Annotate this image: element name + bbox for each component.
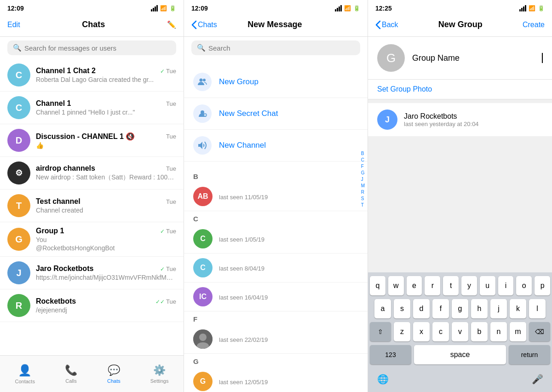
key-v[interactable]: v xyxy=(452,322,468,341)
chat-preview-channel1chat2: Roberta Dal Lago Garcia created the gr..… xyxy=(36,76,176,83)
mic-icon[interactable]: 🎤 xyxy=(528,370,546,388)
chat-content-testchannel: Test channel Tue Channel created xyxy=(36,197,176,214)
key-e[interactable]: e xyxy=(407,276,422,295)
key-z[interactable]: z xyxy=(394,322,410,341)
contact-status-c1: last seen 1/05/19 xyxy=(219,236,358,243)
key-delete[interactable]: ⌫ xyxy=(529,322,550,341)
group-name-cursor xyxy=(542,53,543,63)
tab-contacts-label: Contacts xyxy=(15,379,35,384)
key-x[interactable]: x xyxy=(413,322,430,341)
alpha-s[interactable]: S xyxy=(361,196,365,201)
alpha-t[interactable]: T xyxy=(361,202,365,208)
signal-icon xyxy=(151,5,158,12)
globe-icon[interactable]: 🌐 xyxy=(374,370,392,388)
key-u[interactable]: u xyxy=(480,276,495,295)
tab-contacts[interactable]: 👤 Contacts xyxy=(15,364,35,384)
key-l[interactable]: l xyxy=(529,299,546,318)
contact-f1[interactable]: last seen 22/02/19 xyxy=(184,325,368,354)
section-f: F xyxy=(184,311,368,325)
chat-item-discussion[interactable]: D Discussion - CHANNEL 1 🔇 Tue 👍 xyxy=(0,124,184,157)
search-container-2[interactable]: 🔍 xyxy=(191,40,360,55)
key-r[interactable]: r xyxy=(425,276,440,295)
alpha-j[interactable]: J xyxy=(361,177,365,182)
key-b[interactable]: b xyxy=(471,322,488,341)
key-s[interactable]: s xyxy=(394,299,410,318)
key-j[interactable]: j xyxy=(490,299,507,318)
key-shift[interactable]: ⇧ xyxy=(370,322,391,341)
alpha-b[interactable]: B xyxy=(361,151,365,156)
chat-preview-airdrop: New airdrop : Satt token（Satt）Reward : 1… xyxy=(36,173,176,182)
chat-item-channel1[interactable]: C Channel 1 Tue Channel 1 pinned "Hello … xyxy=(0,92,184,124)
key-q[interactable]: q xyxy=(370,276,385,295)
chat-content-channel1chat2: Channel 1 Chat 2 ✓Tue Roberta Dal Lago G… xyxy=(36,67,176,83)
new-message-panel: 12:09 📶 🔋 Chats New Message xyxy=(184,0,368,392)
contact-c1[interactable]: C last seen 1/05/19 xyxy=(184,225,368,254)
key-m[interactable]: m xyxy=(510,322,526,341)
key-123[interactable]: 123 xyxy=(370,345,411,364)
new-secret-chat-item[interactable]: New Secret Chat xyxy=(184,98,368,130)
alpha-m[interactable]: M xyxy=(361,183,365,188)
back-button-3[interactable]: Back xyxy=(375,20,398,29)
key-w[interactable]: w xyxy=(388,276,404,295)
key-n[interactable]: n xyxy=(490,322,507,341)
contact-g1[interactable]: G last seen 12/05/19 xyxy=(184,367,368,392)
chat-item-group1[interactable]: G Group 1 ✓Tue You @RocketbotsHongKongBo… xyxy=(0,222,184,257)
group-avatar-placeholder[interactable]: G xyxy=(377,44,405,72)
key-y[interactable]: y xyxy=(461,276,477,295)
chat-time-jarorocketbots: ✓Tue xyxy=(160,265,176,272)
alpha-c[interactable]: C xyxy=(361,157,365,162)
chat-time-group1: ✓Tue xyxy=(160,228,176,235)
chat-item-rocketbots[interactable]: R Rocketbots ✓✓Tue /ejejenendj xyxy=(0,289,184,322)
new-group-item[interactable]: New Group xyxy=(184,66,368,98)
key-f[interactable]: f xyxy=(432,299,449,318)
back-label-2: Chats xyxy=(198,21,217,29)
search-input-2[interactable] xyxy=(208,44,355,52)
back-button-2[interactable]: Chats xyxy=(191,20,217,29)
new-channel-item[interactable]: New Channel xyxy=(184,130,368,161)
alpha-r[interactable]: R xyxy=(361,190,365,195)
search-icon-1: 🔍 xyxy=(13,44,22,52)
selected-member-info: Jaro Rocketbots last seen yesterday at 2… xyxy=(404,112,479,127)
search-container-1[interactable]: 🔍 xyxy=(7,40,176,55)
svg-point-0 xyxy=(200,79,203,82)
key-t[interactable]: t xyxy=(443,276,459,295)
chat-item-jarorocketbots[interactable]: J Jaro Rocketbots ✓Tue https://t.me/join… xyxy=(0,257,184,289)
key-space[interactable]: space xyxy=(414,345,506,364)
set-group-photo-button[interactable]: Set Group Photo xyxy=(368,80,552,99)
search-icon-2: 🔍 xyxy=(197,44,206,52)
chat-name-airdrop: airdrop channels xyxy=(36,164,95,173)
chat-time-discussion: Tue xyxy=(166,133,176,140)
tab-calls[interactable]: 📞 Calls xyxy=(65,364,77,384)
chat-content-channel1: Channel 1 Tue Channel 1 pinned "Hello I … xyxy=(36,99,176,116)
key-i[interactable]: i xyxy=(498,276,514,295)
search-input-1[interactable] xyxy=(24,44,171,52)
create-button[interactable]: Create xyxy=(523,21,545,29)
svg-point-1 xyxy=(203,79,206,81)
group-name-input[interactable] xyxy=(412,53,541,63)
contact-ab[interactable]: AB last seen 11/05/19 xyxy=(184,182,368,211)
compose-button[interactable]: ✏️ xyxy=(167,20,176,29)
new-message-scroll: New Group New Secret Chat xyxy=(184,59,368,392)
chat-item-channel1chat2[interactable]: C Channel 1 Chat 2 ✓Tue Roberta Dal Lago… xyxy=(0,59,184,92)
key-p[interactable]: p xyxy=(535,276,550,295)
chat-item-testchannel[interactable]: T Test channel Tue Channel created xyxy=(0,190,184,222)
contact-c2[interactable]: C last seen 8/04/19 xyxy=(184,254,368,282)
key-h[interactable]: h xyxy=(471,299,488,318)
tab-settings[interactable]: ⚙️ Settings xyxy=(150,364,169,384)
key-k[interactable]: k xyxy=(510,299,526,318)
key-g[interactable]: g xyxy=(452,299,468,318)
chat-item-airdrop[interactable]: ⚙ airdrop channels Tue New airdrop : Sat… xyxy=(0,157,184,190)
key-d[interactable]: d xyxy=(413,299,430,318)
alpha-f[interactable]: F xyxy=(361,164,365,169)
new-group-title: New Group xyxy=(438,20,483,29)
key-c[interactable]: c xyxy=(432,322,449,341)
alpha-g[interactable]: G xyxy=(361,170,365,175)
key-o[interactable]: o xyxy=(516,276,532,295)
contact-ic[interactable]: IC last seen 16/04/19 xyxy=(184,282,368,311)
key-a[interactable]: a xyxy=(374,299,391,318)
contact-info-c2: last seen 8/04/19 xyxy=(219,264,358,272)
key-return[interactable]: return xyxy=(509,345,550,364)
edit-button[interactable]: Edit xyxy=(7,21,20,29)
wifi-icon: 📶 xyxy=(160,5,167,12)
tab-chats[interactable]: 💬 Chats xyxy=(107,364,121,384)
